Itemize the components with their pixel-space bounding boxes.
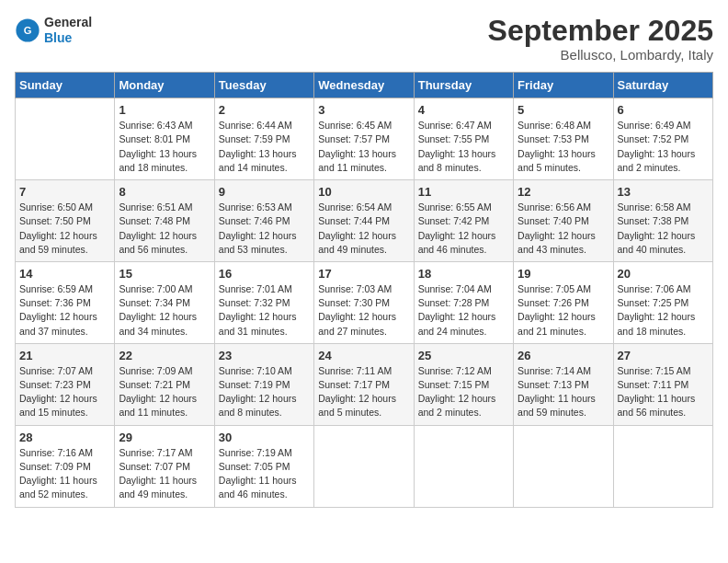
logo-line2: Blue bbox=[44, 30, 92, 46]
header: G General Blue September 2025 Bellusco, … bbox=[15, 15, 713, 63]
day-info: Sunrise: 7:04 AM Sunset: 7:28 PM Dayligh… bbox=[418, 282, 509, 339]
day-info: Sunrise: 7:00 AM Sunset: 7:34 PM Dayligh… bbox=[119, 282, 210, 339]
day-number: 6 bbox=[618, 103, 709, 117]
calendar-cell: 15Sunrise: 7:00 AM Sunset: 7:34 PM Dayli… bbox=[115, 261, 214, 343]
week-row-4: 28Sunrise: 7:16 AM Sunset: 7:09 PM Dayli… bbox=[16, 425, 713, 507]
calendar-cell: 6Sunrise: 6:49 AM Sunset: 7:52 PM Daylig… bbox=[613, 98, 712, 180]
calendar-cell: 9Sunrise: 6:53 AM Sunset: 7:46 PM Daylig… bbox=[214, 180, 313, 262]
day-info: Sunrise: 7:19 AM Sunset: 7:05 PM Dayligh… bbox=[219, 446, 310, 502]
day-number: 28 bbox=[19, 431, 110, 444]
calendar-cell: 26Sunrise: 7:14 AM Sunset: 7:13 PM Dayli… bbox=[514, 343, 613, 425]
day-number: 25 bbox=[418, 349, 509, 362]
day-info: Sunrise: 6:58 AM Sunset: 7:38 PM Dayligh… bbox=[618, 201, 709, 257]
day-info: Sunrise: 6:45 AM Sunset: 7:57 PM Dayligh… bbox=[318, 119, 409, 175]
day-number: 11 bbox=[418, 185, 509, 199]
day-info: Sunrise: 7:15 AM Sunset: 7:11 PM Dayligh… bbox=[618, 364, 709, 420]
calendar-cell: 30Sunrise: 7:19 AM Sunset: 7:05 PM Dayli… bbox=[214, 425, 313, 507]
day-number: 16 bbox=[219, 267, 310, 281]
calendar-cell: 21Sunrise: 7:07 AM Sunset: 7:23 PM Dayli… bbox=[16, 343, 115, 425]
location: Bellusco, Lombardy, Italy bbox=[488, 47, 713, 63]
calendar-cell bbox=[514, 425, 613, 507]
day-number: 9 bbox=[219, 185, 310, 199]
title-area: September 2025 Bellusco, Lombardy, Italy bbox=[488, 15, 713, 63]
day-number: 26 bbox=[518, 349, 609, 362]
day-number: 30 bbox=[219, 431, 310, 444]
day-info: Sunrise: 7:05 AM Sunset: 7:26 PM Dayligh… bbox=[518, 282, 609, 339]
day-number: 12 bbox=[518, 185, 609, 199]
day-info: Sunrise: 6:53 AM Sunset: 7:46 PM Dayligh… bbox=[219, 201, 310, 257]
day-number: 2 bbox=[219, 103, 310, 117]
day-info: Sunrise: 6:44 AM Sunset: 7:59 PM Dayligh… bbox=[219, 119, 310, 175]
calendar-cell: 7Sunrise: 6:50 AM Sunset: 7:50 PM Daylig… bbox=[16, 180, 115, 262]
calendar-cell: 11Sunrise: 6:55 AM Sunset: 7:42 PM Dayli… bbox=[414, 180, 513, 262]
day-header-monday: Monday bbox=[115, 73, 214, 98]
day-info: Sunrise: 7:06 AM Sunset: 7:25 PM Dayligh… bbox=[618, 282, 709, 339]
day-number: 23 bbox=[219, 349, 310, 362]
calendar-cell: 23Sunrise: 7:10 AM Sunset: 7:19 PM Dayli… bbox=[214, 343, 313, 425]
calendar-table: SundayMondayTuesdayWednesdayThursdayFrid… bbox=[15, 72, 713, 507]
day-number: 5 bbox=[518, 103, 609, 117]
day-number: 4 bbox=[418, 103, 509, 117]
week-row-0: 1Sunrise: 6:43 AM Sunset: 8:01 PM Daylig… bbox=[16, 98, 713, 180]
day-info: Sunrise: 7:12 AM Sunset: 7:15 PM Dayligh… bbox=[418, 364, 509, 420]
calendar-cell bbox=[414, 425, 513, 507]
day-number: 8 bbox=[119, 185, 210, 199]
calendar-cell: 3Sunrise: 6:45 AM Sunset: 7:57 PM Daylig… bbox=[314, 98, 414, 180]
logo-icon: G bbox=[15, 17, 40, 43]
day-info: Sunrise: 6:55 AM Sunset: 7:42 PM Dayligh… bbox=[418, 201, 509, 257]
logo: G General Blue bbox=[15, 15, 92, 46]
day-number: 14 bbox=[19, 267, 110, 281]
day-number: 20 bbox=[618, 267, 709, 281]
day-info: Sunrise: 7:14 AM Sunset: 7:13 PM Dayligh… bbox=[518, 364, 609, 420]
calendar-cell: 27Sunrise: 7:15 AM Sunset: 7:11 PM Dayli… bbox=[613, 343, 712, 425]
calendar-cell: 14Sunrise: 6:59 AM Sunset: 7:36 PM Dayli… bbox=[16, 261, 115, 343]
day-number: 18 bbox=[418, 267, 509, 281]
day-number: 24 bbox=[318, 349, 409, 362]
logo-text: General Blue bbox=[44, 15, 92, 46]
calendar-cell: 25Sunrise: 7:12 AM Sunset: 7:15 PM Dayli… bbox=[414, 343, 513, 425]
calendar-cell: 8Sunrise: 6:51 AM Sunset: 7:48 PM Daylig… bbox=[115, 180, 214, 262]
calendar-cell bbox=[314, 425, 414, 507]
day-info: Sunrise: 7:10 AM Sunset: 7:19 PM Dayligh… bbox=[219, 364, 310, 420]
day-number: 21 bbox=[19, 349, 110, 362]
calendar-cell: 12Sunrise: 6:56 AM Sunset: 7:40 PM Dayli… bbox=[514, 180, 613, 262]
day-header-thursday: Thursday bbox=[414, 73, 513, 98]
day-header-wednesday: Wednesday bbox=[314, 73, 414, 98]
calendar-cell: 28Sunrise: 7:16 AM Sunset: 7:09 PM Dayli… bbox=[16, 425, 115, 507]
calendar-cell: 10Sunrise: 6:54 AM Sunset: 7:44 PM Dayli… bbox=[314, 180, 414, 262]
day-number: 15 bbox=[119, 267, 210, 281]
day-info: Sunrise: 6:49 AM Sunset: 7:52 PM Dayligh… bbox=[618, 119, 709, 175]
calendar-cell: 5Sunrise: 6:48 AM Sunset: 7:53 PM Daylig… bbox=[514, 98, 613, 180]
calendar-cell: 4Sunrise: 6:47 AM Sunset: 7:55 PM Daylig… bbox=[414, 98, 513, 180]
logo-line1: General bbox=[44, 15, 92, 30]
calendar-cell: 13Sunrise: 6:58 AM Sunset: 7:38 PM Dayli… bbox=[613, 180, 712, 262]
day-header-sunday: Sunday bbox=[16, 73, 115, 98]
day-number: 22 bbox=[119, 349, 210, 362]
calendar-cell bbox=[16, 98, 115, 180]
calendar-cell: 1Sunrise: 6:43 AM Sunset: 8:01 PM Daylig… bbox=[115, 98, 214, 180]
calendar-cell: 18Sunrise: 7:04 AM Sunset: 7:28 PM Dayli… bbox=[414, 261, 513, 343]
day-info: Sunrise: 7:17 AM Sunset: 7:07 PM Dayligh… bbox=[119, 446, 210, 502]
day-info: Sunrise: 6:48 AM Sunset: 7:53 PM Dayligh… bbox=[518, 119, 609, 175]
day-info: Sunrise: 7:09 AM Sunset: 7:21 PM Dayligh… bbox=[119, 364, 210, 420]
day-info: Sunrise: 7:01 AM Sunset: 7:32 PM Dayligh… bbox=[219, 282, 310, 339]
day-number: 3 bbox=[318, 103, 409, 117]
calendar-cell: 2Sunrise: 6:44 AM Sunset: 7:59 PM Daylig… bbox=[214, 98, 313, 180]
calendar-cell: 29Sunrise: 7:17 AM Sunset: 7:07 PM Dayli… bbox=[115, 425, 214, 507]
day-number: 29 bbox=[119, 431, 210, 444]
day-number: 10 bbox=[318, 185, 409, 199]
day-info: Sunrise: 7:11 AM Sunset: 7:17 PM Dayligh… bbox=[318, 364, 409, 420]
calendar-cell: 16Sunrise: 7:01 AM Sunset: 7:32 PM Dayli… bbox=[214, 261, 313, 343]
month-title: September 2025 bbox=[488, 15, 713, 47]
calendar-cell: 22Sunrise: 7:09 AM Sunset: 7:21 PM Dayli… bbox=[115, 343, 214, 425]
calendar-cell bbox=[613, 425, 712, 507]
day-info: Sunrise: 6:43 AM Sunset: 8:01 PM Dayligh… bbox=[119, 119, 210, 175]
day-info: Sunrise: 6:59 AM Sunset: 7:36 PM Dayligh… bbox=[19, 282, 110, 339]
week-row-3: 21Sunrise: 7:07 AM Sunset: 7:23 PM Dayli… bbox=[16, 343, 713, 425]
day-info: Sunrise: 6:54 AM Sunset: 7:44 PM Dayligh… bbox=[318, 201, 409, 257]
day-header-friday: Friday bbox=[514, 73, 613, 98]
calendar-cell: 19Sunrise: 7:05 AM Sunset: 7:26 PM Dayli… bbox=[514, 261, 613, 343]
svg-text:G: G bbox=[24, 25, 32, 36]
day-info: Sunrise: 6:51 AM Sunset: 7:48 PM Dayligh… bbox=[119, 201, 210, 257]
calendar-cell: 20Sunrise: 7:06 AM Sunset: 7:25 PM Dayli… bbox=[613, 261, 712, 343]
